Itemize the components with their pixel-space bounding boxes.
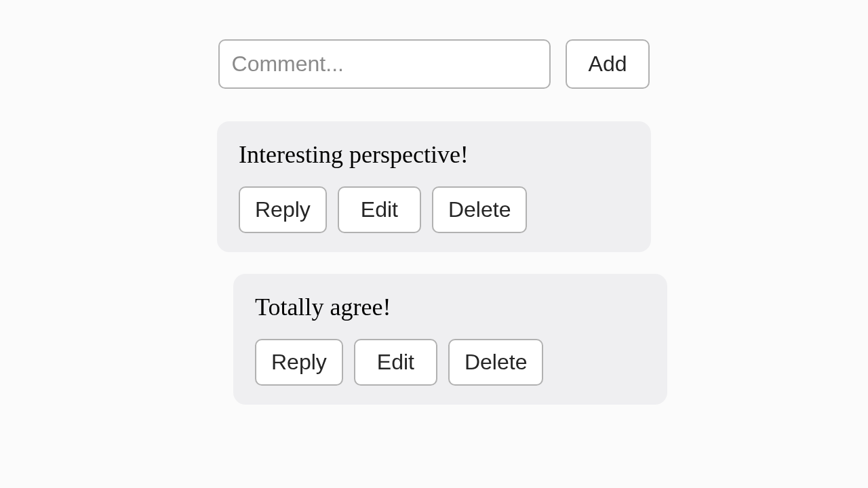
edit-button[interactable]: Edit — [338, 186, 421, 233]
comment-input[interactable] — [218, 39, 551, 89]
comment-text: Interesting perspective! — [239, 140, 629, 169]
app-root: Add Interesting perspective! Reply Edit … — [0, 0, 868, 426]
reply-button[interactable]: Reply — [255, 339, 343, 386]
comment-card: Totally agree! Reply Edit Delete — [233, 274, 667, 405]
comment-actions: Reply Edit Delete — [239, 186, 629, 233]
add-button[interactable]: Add — [566, 39, 650, 89]
comment-card: Interesting perspective! Reply Edit Dele… — [217, 121, 651, 252]
composer: Add — [218, 39, 650, 89]
comment-text: Totally agree! — [255, 293, 646, 321]
comment-actions: Reply Edit Delete — [255, 339, 646, 386]
edit-button[interactable]: Edit — [354, 339, 437, 386]
delete-button[interactable]: Delete — [448, 339, 544, 386]
reply-button[interactable]: Reply — [239, 186, 327, 233]
delete-button[interactable]: Delete — [432, 186, 528, 233]
